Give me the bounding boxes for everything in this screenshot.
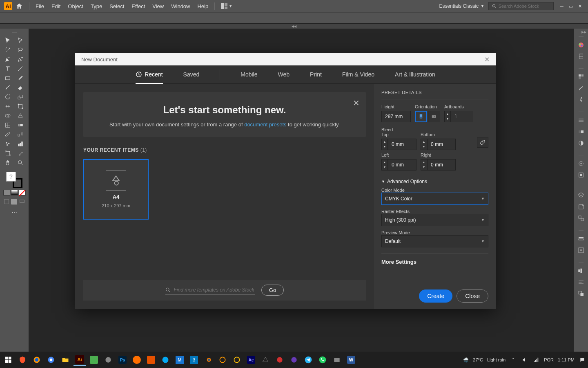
weather-icon[interactable]: 🌧️ — [463, 357, 469, 363]
adobe-stock-search[interactable] — [488, 2, 554, 10]
stock-template-search-input[interactable] — [174, 287, 255, 293]
taskbar-app-7[interactable]: 3 — [188, 354, 200, 366]
menu-help[interactable]: Help — [197, 3, 208, 9]
scale-tool[interactable] — [14, 92, 27, 101]
advanced-options-toggle[interactable]: ▼Advanced Options — [381, 179, 488, 184]
hand-tool[interactable] — [2, 158, 14, 167]
symbol-sprayer-tool[interactable] — [2, 139, 14, 148]
zoom-tool[interactable] — [14, 158, 27, 167]
go-button[interactable]: Go — [261, 285, 284, 296]
tab-art-illustration[interactable]: Art & Illustration — [395, 65, 435, 83]
menu-view[interactable]: View — [152, 3, 164, 9]
bleed-left-input[interactable] — [388, 159, 416, 171]
direct-selection-tool[interactable] — [14, 36, 27, 45]
create-button[interactable]: Create — [419, 289, 452, 303]
taskbar-app-4[interactable] — [145, 354, 157, 366]
selection-tool[interactable] — [2, 36, 14, 45]
screen-mode-presentation[interactable] — [19, 199, 26, 204]
tab-film-video[interactable]: Film & Video — [342, 65, 374, 83]
more-settings-link[interactable]: More Settings — [381, 254, 488, 265]
shape-builder-tool[interactable] — [2, 111, 14, 120]
menu-select[interactable]: Select — [109, 3, 124, 9]
bleed-bottom-input[interactable] — [427, 139, 456, 150]
tab-print[interactable]: Print — [310, 65, 322, 83]
taskbar-app-5[interactable] — [159, 354, 172, 366]
graph-tool[interactable] — [14, 139, 27, 148]
tray-language[interactable]: POR — [544, 357, 554, 362]
line-tool[interactable] — [14, 64, 27, 73]
screen-mode-normal[interactable] — [3, 199, 10, 204]
taskbar-app-illustrator[interactable]: Ai — [74, 354, 86, 366]
graphic-styles-panel-icon[interactable] — [574, 169, 588, 181]
taskbar-app-photoshop[interactable]: Ps — [116, 354, 129, 366]
gradient-panel-icon[interactable] — [574, 126, 588, 137]
taskbar-app-word[interactable]: W — [345, 354, 357, 366]
artboard-tool[interactable] — [2, 149, 14, 158]
document-presets-link[interactable]: document presets — [244, 121, 286, 128]
taskbar-app-2[interactable] — [102, 354, 114, 366]
taskbar-app-8[interactable] — [216, 354, 229, 366]
rotate-tool[interactable] — [2, 92, 14, 101]
close-window-button[interactable]: ✕ — [576, 2, 584, 10]
tray-notifications-icon[interactable] — [579, 356, 586, 364]
orientation-landscape-button[interactable] — [428, 111, 440, 122]
color-mode-none[interactable] — [19, 190, 26, 195]
tab-recent[interactable]: Recent — [136, 65, 163, 83]
menu-file[interactable]: File — [36, 3, 44, 9]
taskbar-app-aftereffects[interactable]: Ae — [245, 354, 257, 366]
swatches-panel-icon[interactable] — [574, 71, 588, 83]
pen-tool[interactable] — [2, 55, 14, 64]
preset-a4[interactable]: A4 210 x 297 mm — [83, 159, 149, 220]
dialog-close-icon[interactable]: ✕ — [484, 56, 490, 63]
fill-swatch[interactable]: ? — [6, 172, 16, 182]
start-button[interactable] — [2, 354, 14, 366]
libraries-panel-icon[interactable] — [574, 233, 588, 245]
symbols-panel-icon[interactable] — [574, 94, 588, 105]
tab-saved[interactable]: Saved — [183, 65, 200, 83]
bleed-right-spinner[interactable]: ▲▼ — [421, 159, 427, 171]
artboards-spinner[interactable]: ▲▼ — [444, 111, 451, 122]
taskbar-app-6[interactable]: M — [174, 354, 186, 366]
eraser-tool[interactable] — [14, 83, 27, 92]
maximize-button[interactable]: ▭ — [567, 2, 575, 10]
paintbrush-tool[interactable] — [14, 74, 27, 83]
layers-panel-icon[interactable] — [574, 190, 588, 201]
align-panel-icon[interactable] — [574, 265, 588, 276]
taskbar-app-3[interactable] — [131, 354, 143, 366]
color-mode-gradient[interactable] — [11, 190, 18, 195]
perspective-tool[interactable] — [14, 111, 27, 120]
taskbar-app-chrome[interactable] — [45, 354, 57, 366]
slice-tool[interactable] — [14, 149, 27, 158]
taskbar-app-explorer[interactable] — [59, 354, 71, 366]
bleed-bottom-spinner[interactable]: ▲▼ — [421, 139, 427, 150]
appearance-panel-icon[interactable] — [574, 158, 588, 169]
magic-wand-tool[interactable] — [2, 45, 14, 54]
link-bleed-icon[interactable] — [477, 137, 488, 148]
artboards-panel-icon[interactable] — [574, 213, 588, 224]
blend-tool[interactable] — [14, 130, 27, 139]
fill-stroke-swatches[interactable]: ? — [6, 172, 22, 188]
tray-time[interactable]: 1:11 PM — [558, 357, 575, 362]
edit-toolbar-button[interactable]: ⋯ — [11, 209, 17, 216]
bleed-top-spinner[interactable]: ▲▼ — [381, 139, 388, 150]
collapse-panel-bar[interactable]: ◀◀ — [0, 24, 588, 29]
menu-window[interactable]: Window — [171, 3, 190, 9]
tray-network-icon[interactable] — [532, 356, 540, 364]
mesh-tool[interactable] — [2, 121, 14, 130]
minimize-button[interactable]: ─ — [558, 2, 566, 10]
taskbar-app-9[interactable] — [231, 354, 243, 366]
workspace-switcher[interactable]: Essentials Classic ▼ — [439, 3, 484, 9]
transform-panel-icon[interactable] — [574, 276, 588, 288]
taskbar-app-telegram[interactable] — [302, 354, 314, 366]
height-input[interactable] — [381, 111, 411, 122]
color-mode-normal[interactable] — [3, 190, 10, 195]
adobe-stock-search-input[interactable] — [499, 4, 550, 9]
arrange-docs-button[interactable]: ▼ — [221, 3, 232, 9]
color-mode-select[interactable]: CMYK Color▼ — [381, 193, 488, 205]
pathfinder-panel-icon[interactable] — [574, 288, 588, 299]
taskbar-app-11[interactable] — [274, 354, 286, 366]
bleed-top-input[interactable] — [388, 139, 416, 150]
type-tool[interactable] — [2, 64, 14, 73]
artboards-input[interactable] — [451, 111, 473, 122]
menu-type[interactable]: Type — [91, 3, 102, 9]
